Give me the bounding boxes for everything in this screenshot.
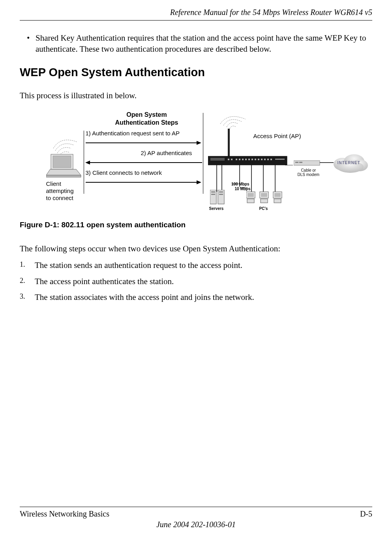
svg-rect-38	[248, 193, 254, 197]
svg-rect-8	[228, 159, 229, 160]
bullet-item: • Shared Key Authentication requires tha…	[27, 32, 372, 55]
svg-rect-13	[245, 159, 247, 160]
figure-caption: Figure D-1: 802.11 open system authentic…	[20, 221, 372, 229]
step2-label: 2) AP authenticates	[141, 150, 192, 157]
svg-rect-48	[299, 162, 302, 163]
step-1-text: The station sends an authentication requ…	[35, 260, 372, 271]
modem-icon	[294, 159, 321, 167]
footer-left: Wireless Networking Basics	[20, 509, 109, 519]
step-1-num: 1.	[20, 260, 35, 271]
svg-rect-9	[231, 159, 233, 160]
svg-rect-1	[53, 156, 71, 168]
svg-rect-44	[274, 193, 281, 197]
client-label-line3: to connect	[46, 195, 73, 201]
following-text: The following steps occur when two devic…	[20, 243, 372, 254]
bullet-text: Shared Key Authentication requires that …	[36, 32, 372, 55]
page-footer: Wireless Networking Basics D-5 June 2004…	[20, 507, 372, 529]
arrow-1-head	[197, 141, 201, 145]
svg-marker-2	[46, 169, 81, 175]
svg-rect-35	[211, 194, 215, 195]
client-label-line1: Client	[46, 180, 61, 187]
svg-rect-11	[239, 159, 240, 160]
svg-rect-39	[247, 199, 254, 203]
laptop-icon	[46, 154, 82, 178]
step-2: 2. The access point authenticates the st…	[20, 276, 372, 287]
servers-label: Servers	[209, 206, 224, 211]
svg-rect-19	[264, 159, 266, 160]
footer-date: June 2004 202-10036-01	[20, 520, 372, 529]
section-heading: WEP Open System Authentication	[20, 66, 372, 79]
svg-rect-12	[242, 159, 244, 160]
step-3: 3. The station associates with the acces…	[20, 292, 372, 303]
arrow-1	[86, 142, 198, 143]
svg-rect-7	[275, 159, 285, 160]
figure-diagram: Open System Authentication Steps Client …	[24, 111, 368, 213]
manual-header: Reference Manual for the 54 Mbps Wireles…	[20, 8, 372, 21]
modem-label: Cable or DLS modem	[298, 168, 320, 177]
svg-rect-47	[295, 162, 298, 163]
figure-title-line1: Open System	[126, 111, 167, 118]
step1-label: 1) Authentication request sent to AP	[86, 130, 180, 137]
svg-rect-45	[274, 199, 281, 203]
svg-rect-17	[258, 159, 259, 160]
svg-rect-20	[267, 159, 269, 160]
svg-rect-10	[236, 159, 237, 160]
arrow-3-head	[197, 180, 201, 184]
pcs-label: PC's	[259, 206, 268, 211]
arrow-2-head	[85, 161, 90, 165]
modem-label-line2: DLS modem	[298, 172, 320, 177]
step-2-num: 2.	[20, 276, 35, 287]
client-label: Client attempting to connect	[46, 180, 74, 202]
arrow-3	[86, 182, 198, 183]
svg-rect-21	[270, 159, 272, 160]
internet-label: INTERNET	[338, 161, 360, 165]
arrow-2	[90, 162, 202, 163]
svg-rect-36	[219, 194, 223, 195]
svg-rect-14	[248, 159, 250, 160]
step-2-text: The access point authenticates the stati…	[35, 276, 372, 287]
router-icon	[208, 129, 291, 166]
step-1: 1. The station sends an authentication r…	[20, 260, 372, 271]
step-3-num: 3.	[20, 292, 35, 303]
ap-wifi-waves-icon	[210, 113, 253, 131]
svg-rect-18	[261, 159, 263, 160]
step3-label: 3) Client connects to network	[86, 169, 162, 176]
svg-rect-4	[228, 129, 230, 156]
svg-rect-3	[46, 175, 81, 177]
step-3-text: The station associates with the access p…	[35, 292, 372, 303]
svg-rect-16	[255, 159, 256, 160]
speed-100-label: 100 Mbps	[230, 182, 249, 186]
modem-label-line1: Cable or	[301, 168, 316, 172]
svg-rect-15	[251, 159, 253, 160]
svg-rect-6	[210, 158, 225, 161]
bullet-marker: •	[27, 32, 36, 55]
pcs-icon	[246, 190, 286, 206]
client-label-line2: attempting	[46, 187, 74, 194]
divider-left	[84, 131, 84, 194]
footer-right: D-5	[360, 509, 372, 519]
servers-icon	[210, 190, 227, 206]
divider-right	[203, 113, 204, 194]
svg-rect-34	[219, 191, 223, 193]
intro-text: This process is illustrated in below.	[20, 90, 372, 101]
svg-rect-41	[261, 193, 267, 197]
svg-rect-33	[211, 191, 215, 193]
svg-rect-42	[261, 199, 268, 203]
figure-title-line2: Authentication Steps	[115, 119, 178, 126]
figure-title: Open System Authentication Steps	[103, 111, 190, 127]
